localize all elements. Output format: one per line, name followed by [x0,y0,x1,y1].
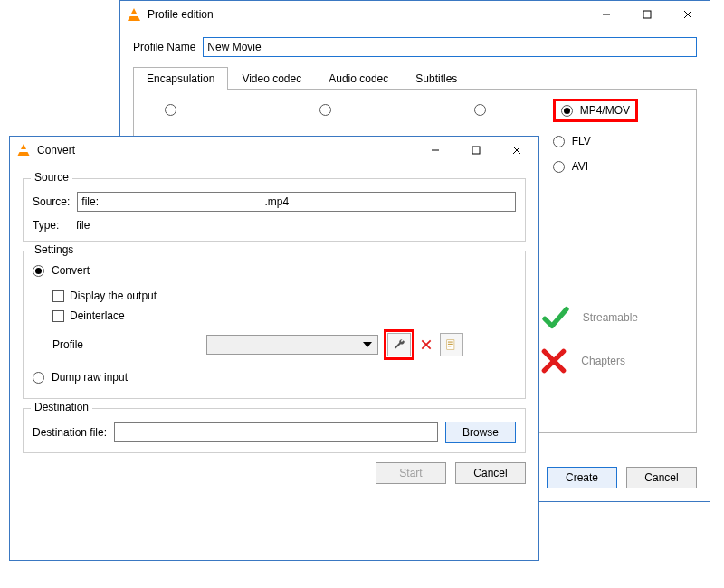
checkbox-deinterlace[interactable] [52,310,64,322]
delete-icon [420,338,433,351]
type-label: Type: [33,219,69,232]
convert-window-title: Convert [37,144,414,156]
radio-avi[interactable] [553,161,565,173]
radio-avi-label: AVI [572,160,588,173]
settings-group: Settings Convert Display the output Dein… [23,251,526,399]
profile-cancel-button[interactable]: Cancel [626,467,697,488]
profile-window-title: Profile edition [148,8,586,21]
convert-titlebar: Convert [10,137,538,164]
tab-subtitles[interactable]: Subtitles [402,67,471,90]
chevron-down-icon [363,342,372,347]
svg-marker-10 [363,342,372,347]
destination-input[interactable] [114,422,438,442]
radio-hidden-1[interactable] [165,104,176,116]
settings-group-title: Settings [31,243,77,256]
convert-window: Convert Source Source: Type: file [9,136,539,561]
start-button[interactable]: Start [376,462,446,484]
destination-group: Destination Destination file: Browse [23,408,526,453]
highlight-mp4mov: MP4/MOV [553,99,638,122]
source-label: Source: [33,195,70,208]
svg-rect-1 [643,11,651,18]
highlight-edit-profile [384,329,414,360]
browse-button[interactable]: Browse [445,422,516,443]
convert-cancel-button[interactable]: Cancel [455,462,526,484]
vlc-cone-icon [128,8,140,21]
close-button[interactable] [496,138,537,163]
radio-hidden-2[interactable] [319,104,331,116]
svg-rect-15 [448,344,453,345]
minimize-button[interactable] [586,2,626,27]
feature-streamable-label: Streamable [583,311,638,324]
checkbox-display-output[interactable] [52,290,64,302]
minimize-button[interactable] [414,138,455,163]
tabs: Encapsulation Video codec Audio codec Su… [133,66,697,90]
maximize-button[interactable] [455,138,496,163]
svg-rect-14 [448,342,453,343]
check-icon [541,303,570,332]
feature-chapters-label: Chapters [581,355,625,367]
cross-icon [539,346,568,375]
svg-rect-7 [472,147,480,154]
label-display-output: Display the output [70,289,157,302]
radio-mp4mov[interactable] [561,105,573,117]
tab-audio-codec[interactable]: Audio codec [315,67,402,90]
new-icon [445,338,458,351]
tab-video-codec[interactable]: Video codec [228,67,315,90]
radio-dump-raw-label: Dump raw input [52,371,128,384]
create-button[interactable]: Create [547,467,617,488]
type-value: file [76,219,90,232]
profile-label: Profile [52,338,206,351]
profile-titlebar: Profile edition [120,1,710,28]
profile-select[interactable] [206,335,378,355]
edit-profile-button[interactable] [387,333,411,356]
close-button[interactable] [667,2,708,27]
label-deinterlace: Deinterlace [70,309,125,322]
source-group-title: Source [31,171,72,184]
radio-flv-label: FLV [572,135,591,147]
vlc-cone-icon [17,144,30,156]
delete-profile-button[interactable] [420,338,433,351]
new-profile-button[interactable] [440,333,463,356]
radio-convert[interactable] [33,265,44,277]
radio-hidden-3[interactable] [474,104,486,116]
source-input[interactable] [77,192,516,212]
tab-encapsulation[interactable]: Encapsulation [133,67,228,90]
destination-group-title: Destination [31,401,92,413]
profile-name-input[interactable] [203,37,697,57]
radio-mp4mov-label: MP4/MOV [580,104,630,117]
profile-name-label: Profile Name [133,41,195,53]
radio-dump-raw[interactable] [33,372,44,384]
source-group: Source Source: Type: file [23,178,526,242]
wrench-icon [393,338,405,351]
maximize-button[interactable] [626,2,667,27]
svg-rect-16 [448,346,452,346]
radio-convert-label: Convert [52,264,90,277]
destination-label: Destination file: [33,426,107,439]
radio-flv[interactable] [553,136,565,147]
